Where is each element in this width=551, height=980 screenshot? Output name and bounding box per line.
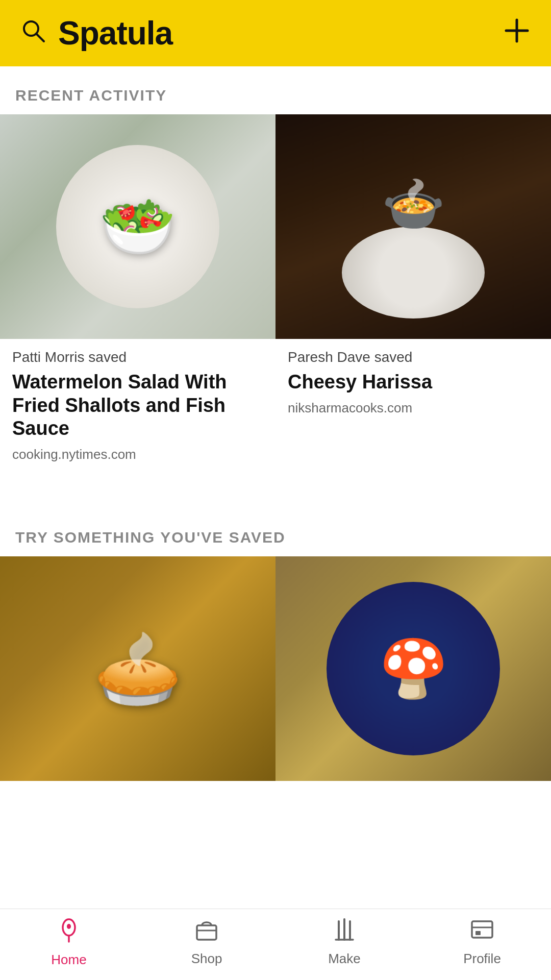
profile-icon	[469, 917, 495, 947]
section-gap	[0, 478, 551, 508]
svg-rect-13	[472, 921, 492, 938]
svg-line-1	[36, 34, 44, 41]
card-image-3	[0, 556, 276, 781]
saved-by-2: Paresh Dave saved	[288, 349, 539, 365]
try-saved-grid	[0, 556, 551, 781]
card-title-2: Cheesy Harissa	[288, 371, 539, 394]
card-title-1: Watermelon Salad With Fried Shallots and…	[12, 371, 263, 440]
add-button[interactable]	[503, 17, 531, 50]
card-mushroom-dish[interactable]	[276, 556, 551, 781]
header-left: Spatula	[20, 14, 172, 52]
svg-point-6	[67, 924, 71, 929]
card-image-4	[276, 556, 551, 781]
card-info-1: Patti Morris saved Watermelon Salad With…	[0, 339, 276, 478]
shop-icon	[194, 917, 219, 947]
bottom-nav: Home Shop Make	[0, 909, 551, 980]
nav-profile[interactable]: Profile	[413, 909, 551, 980]
card-image-2	[276, 114, 551, 339]
svg-rect-7	[197, 925, 216, 940]
card-asparagus-galette[interactable]	[0, 556, 276, 781]
card-image-1	[0, 114, 276, 339]
profile-label: Profile	[463, 951, 501, 967]
nav-home[interactable]: Home	[0, 909, 138, 980]
shop-label: Shop	[191, 951, 222, 967]
card-cheesy-harissa[interactable]: Paresh Dave saved Cheesy Harissa nikshar…	[276, 114, 551, 478]
app-title: Spatula	[58, 14, 172, 52]
saved-by-1: Patti Morris saved	[12, 349, 263, 365]
home-label: Home	[51, 952, 86, 968]
card-source-2: niksharmacooks.com	[288, 400, 539, 416]
svg-rect-15	[475, 931, 481, 935]
recent-activity-label: RECENT ACTIVITY	[0, 66, 551, 114]
make-icon	[332, 917, 357, 947]
card-info-2: Paresh Dave saved Cheesy Harissa nikshar…	[276, 339, 551, 431]
nav-make[interactable]: Make	[276, 909, 413, 980]
card-source-1: cooking.nytimes.com	[12, 447, 263, 462]
make-label: Make	[328, 951, 361, 967]
main-content: RECENT ACTIVITY Patti Morris saved Water…	[0, 66, 551, 852]
recent-activity-grid: Patti Morris saved Watermelon Salad With…	[0, 114, 551, 478]
home-icon	[57, 916, 81, 948]
nav-shop[interactable]: Shop	[138, 909, 276, 980]
search-icon[interactable]	[20, 18, 46, 48]
try-saved-label: TRY SOMETHING YOU'VE SAVED	[0, 508, 551, 556]
card-watermelon-salad[interactable]: Patti Morris saved Watermelon Salad With…	[0, 114, 276, 478]
app-header: Spatula	[0, 0, 551, 66]
